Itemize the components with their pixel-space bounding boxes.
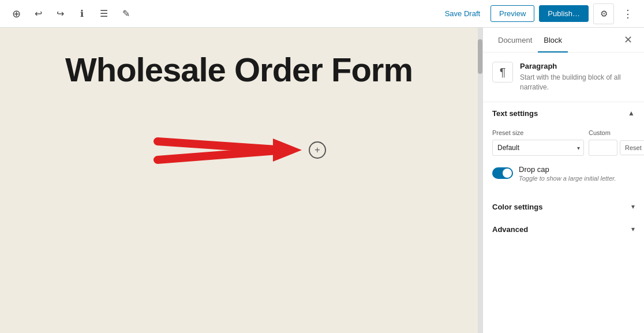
drop-cap-description: Toggle to show a large initial letter. [519, 175, 616, 182]
color-settings-label: Color settings [492, 203, 542, 211]
block-info-text: Paragraph Start with the building block … [520, 62, 635, 92]
preset-size-col: Preset size Default Small Medium Large E… [492, 129, 584, 156]
svg-marker-2 [273, 139, 302, 162]
preset-size-label: Preset size [492, 129, 584, 136]
editor-area: Wholesale Order Form + [0, 28, 478, 333]
gear-icon: ⚙ [600, 9, 608, 19]
add-icon: ⊕ [12, 8, 21, 20]
undo-icon: ↩ [35, 8, 42, 19]
sidebar-close-button[interactable]: ✕ [621, 31, 635, 48]
text-settings-content: Preset size Default Small Medium Large E… [483, 125, 644, 196]
toggle-knob [503, 169, 512, 178]
sidebar-header: Document Block ✕ [483, 28, 644, 53]
custom-input-group: Reset [589, 140, 635, 156]
custom-size-col: Custom Reset [589, 129, 635, 156]
drop-cap-row: Drop cap Toggle to show a large initial … [492, 160, 635, 186]
preset-size-select[interactable]: Default Small Medium Large Extra Large [493, 140, 583, 155]
drop-cap-toggle[interactable] [492, 167, 513, 179]
toolbar: ⊕ ↩ ↪ ℹ ☰ ✎ Save Draft Preview Publish… … [0, 0, 644, 28]
main-area: Wholesale Order Form + [0, 28, 644, 333]
toolbar-left: ⊕ ↩ ↪ ℹ ☰ ✎ [7, 5, 135, 23]
text-settings-label: Text settings [492, 109, 538, 118]
preview-button[interactable]: Preview [491, 5, 534, 22]
save-draft-button[interactable]: Save Draft [439, 6, 486, 21]
drop-cap-text: Drop cap Toggle to show a large initial … [519, 165, 616, 182]
redo-button[interactable]: ↪ [51, 5, 69, 23]
text-settings-section: Text settings ▲ Preset size Default Smal… [483, 102, 644, 196]
tab-block[interactable]: Block [538, 28, 568, 53]
editor-canvas: Wholesale Order Form + [43, 51, 435, 176]
page-heading: Wholesale Order Form [43, 51, 435, 89]
color-settings-section: Color settings ▾ [483, 196, 644, 218]
svg-line-1 [158, 150, 284, 160]
ellipsis-icon: ⋮ [623, 8, 633, 20]
color-settings-chevron-icon: ▾ [631, 203, 635, 211]
list-icon: ☰ [100, 8, 108, 19]
advanced-label: Advanced [492, 225, 528, 234]
publish-button[interactable]: Publish… [539, 5, 589, 22]
block-type-icon: ¶ [492, 62, 513, 83]
advanced-chevron-icon: ▾ [631, 225, 635, 233]
text-settings-header[interactable]: Text settings ▲ [483, 102, 644, 125]
preset-size-select-wrapper: Default Small Medium Large Extra Large ▾ [492, 140, 584, 156]
block-title: Paragraph [520, 62, 635, 70]
advanced-section: Advanced ▾ [483, 218, 644, 241]
info-icon: ℹ [80, 8, 84, 19]
tab-document[interactable]: Document [492, 28, 538, 53]
add-block-toolbar-button[interactable]: ⊕ [7, 5, 25, 23]
settings-button[interactable]: ⚙ [593, 3, 614, 24]
text-settings-chevron-icon: ▲ [628, 109, 635, 117]
drop-cap-label: Drop cap [519, 165, 616, 174]
custom-label: Custom [589, 129, 635, 136]
toolbar-right: Save Draft Preview Publish… ⚙ ⋮ [439, 3, 637, 24]
plus-icon: + [314, 145, 320, 155]
pencil-icon: ✎ [122, 8, 130, 19]
block-description: Start with the building block of all nar… [520, 73, 635, 92]
undo-button[interactable]: ↩ [29, 5, 47, 23]
color-settings-header[interactable]: Color settings ▾ [483, 196, 644, 218]
editor-scrollbar[interactable] [478, 28, 482, 333]
sidebar: Document Block ✕ ¶ Paragraph Start with … [482, 28, 644, 333]
red-arrow-decoration [152, 124, 302, 176]
custom-size-input[interactable] [589, 140, 617, 156]
add-block-area: + [43, 124, 435, 176]
redo-icon: ↪ [57, 8, 64, 19]
insert-block-button[interactable]: + [309, 141, 326, 159]
list-view-button[interactable]: ☰ [95, 5, 113, 23]
info-button[interactable]: ℹ [73, 5, 91, 23]
scrollbar-thumb [478, 39, 482, 74]
advanced-header[interactable]: Advanced ▾ [483, 218, 644, 241]
font-size-row: Preset size Default Small Medium Large E… [492, 129, 635, 156]
more-options-button[interactable]: ⋮ [619, 5, 637, 23]
edit-button[interactable]: ✎ [117, 5, 135, 23]
block-info: ¶ Paragraph Start with the building bloc… [483, 53, 644, 102]
reset-button[interactable]: Reset [620, 140, 644, 155]
